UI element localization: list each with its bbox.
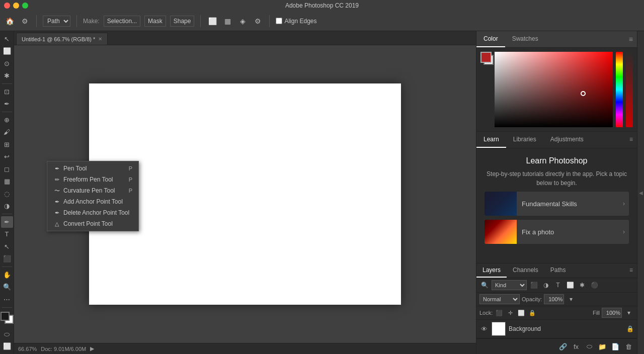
tool-sep3 [2,214,12,214]
lock-all-icon[interactable]: 🔒 [528,308,537,317]
tab-close-icon[interactable]: ✕ [98,36,102,42]
shape-button[interactable]: Shape [170,16,195,27]
canvas-scroll[interactable]: ✒ Pen Tool P ✏ Freeform Pen Tool P 〜 Cur [14,45,476,343]
learn-card-fix-photo[interactable]: Fix a photo › [485,220,629,244]
fill-input[interactable] [602,308,622,318]
tab-learn[interactable]: Learn [476,132,506,148]
tab-channels[interactable]: Channels [507,263,544,278]
stroke-path-icon[interactable]: ◈ [237,16,248,27]
lock-artboard-icon[interactable]: ⬜ [517,308,526,317]
link-layers-icon[interactable]: 🔗 [557,341,569,352]
ctx-delete-anchor-label: Delete Anchor Point Tool [63,209,129,216]
add-mask-icon[interactable]: ⬭ [584,341,595,352]
home-icon[interactable]: 🏠 [4,16,15,27]
learn-tabs: Learn Libraries Adjustments ≡ [476,132,637,148]
ctx-freeform-pen[interactable]: ✏ Freeform Pen Tool P [47,174,138,185]
fill-options-icon[interactable]: ▾ [624,308,634,318]
document-tab[interactable]: Untitled-1 @ 66.7% (RGB/8) * ✕ [16,33,108,45]
layer-row-background[interactable]: 👁 Background 🔒 [476,320,637,338]
tab-paths[interactable]: Paths [544,263,572,278]
healing-brush-tool[interactable]: ⊕ [1,114,13,126]
color-swatch-stack[interactable] [480,52,492,63]
tab-swatches[interactable]: Swatches [505,31,545,47]
tab-libraries[interactable]: Libraries [506,132,543,148]
type-filter-icon[interactable]: T [553,280,563,290]
selection-button[interactable]: Selection... [104,16,140,27]
close-button[interactable] [4,3,10,9]
move-tool[interactable]: ↖ [1,33,13,45]
shape-tool[interactable]: ⬛ [1,253,13,265]
adjustment-filter-icon[interactable]: ◑ [541,280,551,290]
lasso-tool[interactable]: ⊙ [1,58,13,69]
smart-filter-icon[interactable]: ✱ [577,280,587,290]
opacity-options-icon[interactable]: ▾ [566,294,576,304]
tab-color[interactable]: Color [476,31,505,47]
layers-panel-collapse-icon[interactable]: ≡ [625,263,637,278]
tab-layers[interactable]: Layers [476,263,507,278]
workspace-icon[interactable]: ⚙ [19,16,30,27]
ctx-add-anchor[interactable]: ✒ Add Anchor Point Tool [47,196,138,207]
opacity-input[interactable] [544,294,564,304]
foreground-swatch[interactable] [1,312,10,321]
layer-visibility-icon[interactable]: 👁 [479,325,489,333]
tab-adjustments[interactable]: Adjustments [543,132,591,148]
alpha-slider[interactable] [626,52,633,127]
lock-pixels-icon[interactable]: ⬛ [495,308,504,317]
settings-icon[interactable]: ⚙ [252,16,263,27]
maximize-button[interactable] [22,3,28,9]
dodge-tool[interactable]: ◑ [1,201,13,212]
learn-panel-collapse-icon[interactable]: ≡ [625,132,637,148]
learn-card-fundamental[interactable]: Fundamental Skills › [485,192,629,216]
screen-mode-btn[interactable]: ⬜ [2,341,13,352]
color-gradient[interactable] [495,52,613,127]
pen-tool[interactable]: ✒ [1,216,13,228]
ctx-curvature-pen[interactable]: 〜 Curvature Pen Tool P [47,185,138,196]
delete-layer-icon[interactable]: 🗑 [623,341,634,352]
tool-sep4 [2,267,12,267]
eyedropper-tool[interactable]: ✒ [1,99,13,110]
pixel-filter-icon[interactable]: ⬛ [529,280,539,290]
make-work-path-icon[interactable]: ⬜ [207,16,218,27]
path-selection-tool[interactable]: ↖ [1,241,13,252]
path-select[interactable]: Path [43,16,70,27]
kind-select[interactable]: Kind [492,280,527,290]
eraser-tool[interactable]: ◻ [1,163,13,175]
quick-mask-btn[interactable]: ⬭ [2,329,13,340]
learn-panel: Learn Libraries Adjustments ≡ Learn Phot… [476,132,637,263]
ctx-add-anchor-label: Add Anchor Point Tool [63,198,123,205]
ctx-pen-tool[interactable]: ✒ Pen Tool P [47,163,138,174]
blend-mode-select[interactable]: Normal [479,294,520,304]
panel-collapse-button[interactable]: ◀ [637,31,644,354]
history-brush-tool[interactable]: ↩ [1,151,13,163]
ctx-delete-anchor[interactable]: ✒ Delete Anchor Point Tool [47,207,138,218]
clone-tool[interactable]: ⊞ [1,139,13,150]
quick-select-tool[interactable]: ✱ [1,70,13,82]
more-tools[interactable]: ⋯ [1,294,13,305]
color-panel-collapse-icon[interactable]: ≡ [629,35,633,43]
brush-tool[interactable]: 🖌 [1,126,13,138]
type-tool[interactable]: T [1,229,13,240]
shape-filter-icon[interactable]: ⬜ [565,280,575,290]
hand-tool[interactable]: ✋ [1,269,13,281]
lock-position-icon[interactable]: ✛ [506,308,515,317]
fill-pixels-icon[interactable]: ▦ [222,16,233,27]
blur-tool[interactable]: ◌ [1,188,13,200]
add-style-icon[interactable]: fx [571,341,582,352]
zoom-tool[interactable]: 🔍 [1,282,13,293]
new-group-icon[interactable]: 📁 [597,341,608,352]
mask-button[interactable]: Mask [144,16,166,27]
hue-slider[interactable] [616,52,623,127]
align-edges-input[interactable] [276,18,282,24]
gradient-tool[interactable]: ▦ [1,176,13,188]
new-layer-icon[interactable]: 📄 [610,341,621,352]
ctx-convert-point[interactable]: △ Convert Point Tool [47,218,138,229]
layer-filter-toggle[interactable]: ⚫ [589,280,599,290]
align-edges-checkbox[interactable]: Align Edges [276,18,316,25]
layers-tabs: Layers Channels Paths ≡ [476,263,637,278]
crop-tool[interactable]: ⊡ [1,86,13,98]
marquee-tool[interactable]: ⬜ [1,46,13,57]
alpha-slider-container [626,52,633,127]
color-swatches[interactable] [1,312,14,324]
minimize-button[interactable] [13,3,19,9]
curvature-pen-icon: 〜 [53,187,60,194]
